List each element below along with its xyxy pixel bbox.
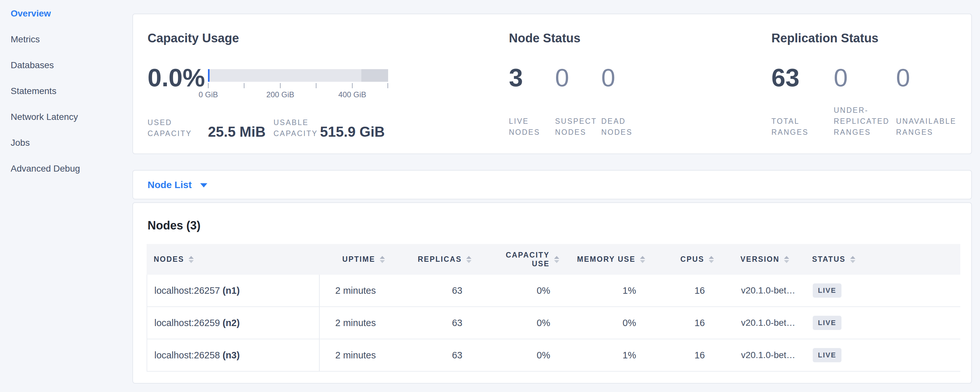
live-nodes-stat: 3 LIVENODES — [509, 53, 555, 138]
suspect-nodes-stat: 0 SUSPECTNODES — [555, 53, 601, 138]
status-badge: LIVE — [813, 316, 842, 330]
unavailable-ranges-value: 0 — [896, 53, 958, 102]
column-header-uptime[interactable]: UPTIME — [319, 244, 388, 275]
sort-icon[interactable] — [640, 256, 645, 263]
replicas-cell: 63 — [389, 275, 475, 306]
axis-tick — [388, 83, 388, 88]
unavailable-ranges-label: UNAVAILABLERANGES — [896, 116, 958, 138]
unavailable-ranges-stat: 0 UNAVAILABLERANGES — [896, 53, 958, 138]
sort-icon[interactable] — [189, 256, 194, 263]
capacity-usage-title: Capacity Usage — [148, 31, 239, 45]
sort-icon[interactable] — [850, 256, 855, 263]
table-row: localhost:26257(n1) 2 minutes 63 0% 1% 1… — [147, 275, 960, 307]
sidebar-item-network-latency[interactable]: Network Latency — [0, 104, 132, 130]
capacity-bar-track — [208, 69, 388, 82]
replication-status-section: Replication Status 63 TOTALRANGES 0 UNDE… — [772, 14, 957, 153]
capacity-use-cell: 0% — [475, 307, 563, 339]
status-cell: LIVE — [810, 307, 960, 339]
version-cell: v20.1.0-bet… — [718, 339, 810, 371]
dead-nodes-value: 0 — [601, 53, 648, 102]
sidebar-item-statements[interactable]: Statements — [0, 78, 132, 104]
cpus-cell: 16 — [649, 307, 718, 339]
column-header-version[interactable]: VERSION — [717, 244, 810, 275]
memory-use-cell: 1% — [563, 339, 649, 371]
capacity-use-cell: 0% — [475, 339, 563, 371]
nodes-table: NODES UPTIME REPLICAS CAPACITYUSE MEMORY… — [146, 244, 960, 372]
sidebar-item-jobs[interactable]: Jobs — [0, 130, 132, 156]
replication-status-title: Replication Status — [772, 31, 878, 45]
under-replicated-ranges-value: 0 — [834, 53, 896, 102]
column-header-memory-use[interactable]: MEMORY USE — [563, 244, 648, 275]
axis-tick — [316, 83, 317, 88]
node-address-cell: localhost:26257(n1) — [147, 275, 320, 306]
chevron-down-icon — [200, 183, 207, 187]
memory-use-cell: 1% — [563, 275, 649, 306]
node-list-card: Node List — [132, 170, 972, 199]
version-cell: v20.1.0-bet… — [718, 275, 810, 306]
suspect-nodes-label: SUSPECTNODES — [555, 116, 601, 138]
sort-icon[interactable] — [466, 256, 471, 263]
dead-nodes-stat: 0 DEADNODES — [601, 53, 648, 138]
capacity-usage-gauge: 0 GiB 200 GiB 400 GiB — [208, 53, 388, 102]
uptime-cell: 2 minutes — [320, 275, 389, 306]
capacity-use-cell: 0% — [475, 275, 563, 306]
sort-icon[interactable] — [380, 256, 385, 263]
sidebar-item-advanced-debug[interactable]: Advanced Debug — [0, 156, 132, 182]
nodes-table-header: NODES UPTIME REPLICAS CAPACITYUSE MEMORY… — [146, 244, 960, 275]
version-cell: v20.1.0-bet… — [718, 307, 810, 339]
total-ranges-label: TOTALRANGES — [772, 116, 834, 138]
axis-label-400gib: 400 GiB — [339, 90, 366, 100]
live-nodes-value: 3 — [509, 53, 555, 102]
sort-icon[interactable] — [784, 256, 789, 263]
axis-tick — [244, 83, 245, 88]
node-list-dropdown-label: Node List — [148, 179, 192, 190]
uptime-cell: 2 minutes — [320, 307, 389, 339]
under-replicated-ranges-label: UNDER-REPLICATEDRANGES — [834, 105, 896, 138]
status-cell: LIVE — [810, 339, 960, 371]
column-header-nodes[interactable]: NODES — [146, 244, 319, 275]
capacity-bar-used-segment — [208, 69, 210, 82]
capacity-usage-section: Capacity Usage 0.0% 0 GiB 200 GiB — [148, 14, 509, 153]
memory-use-cell: 0% — [563, 307, 649, 339]
main-content: Capacity Usage 0.0% 0 GiB 200 GiB — [132, 0, 972, 384]
used-capacity-value: 25.5 MiB — [208, 125, 274, 139]
nodes-table-card: Nodes (3) NODES UPTIME REPLICAS CAPACITY… — [132, 202, 972, 384]
total-ranges-value: 63 — [772, 53, 834, 102]
node-status-section: Node Status 3 LIVENODES 0 SUSPECTNODES 0 — [509, 14, 772, 153]
column-header-replicas[interactable]: REPLICAS — [388, 244, 475, 275]
nodes-table-body: localhost:26257(n1) 2 minutes 63 0% 1% 1… — [146, 275, 960, 372]
node-status-title: Node Status — [509, 31, 581, 45]
cluster-summary-card: Capacity Usage 0.0% 0 GiB 200 GiB — [132, 14, 972, 154]
axis-tick — [352, 83, 353, 88]
axis-tick — [280, 83, 281, 88]
node-list-dropdown[interactable]: Node List — [148, 179, 207, 190]
table-row: localhost:26258(n3) 2 minutes 63 0% 1% 1… — [147, 339, 960, 372]
status-badge: LIVE — [813, 284, 842, 298]
dead-nodes-label: DEADNODES — [601, 116, 648, 138]
sort-icon[interactable] — [709, 256, 714, 263]
node-address-cell: localhost:26259(n2) — [147, 307, 320, 339]
nodes-table-title: Nodes (3) — [148, 218, 959, 233]
axis-tick — [208, 83, 208, 88]
capacity-bar-other-segment — [361, 69, 388, 82]
column-header-status[interactable]: STATUS — [810, 244, 960, 275]
sidebar-item-metrics[interactable]: Metrics — [0, 27, 132, 53]
sidebar-item-overview[interactable]: Overview — [0, 1, 132, 27]
suspect-nodes-value: 0 — [555, 53, 601, 102]
node-address-cell: localhost:26258(n3) — [147, 339, 320, 371]
replicas-cell: 63 — [389, 339, 475, 371]
cpus-cell: 16 — [649, 339, 718, 371]
total-ranges-stat: 63 TOTALRANGES — [772, 53, 834, 138]
sidebar-item-databases[interactable]: Databases — [0, 53, 132, 78]
usable-capacity-label: USABLECAPACITY — [274, 117, 320, 139]
uptime-cell: 2 minutes — [320, 339, 389, 371]
column-header-cpus[interactable]: CPUS — [648, 244, 717, 275]
axis-label-0gib: 0 GiB — [199, 90, 218, 100]
sort-icon[interactable] — [554, 256, 559, 263]
replicas-cell: 63 — [389, 307, 475, 339]
under-replicated-ranges-stat: 0 UNDER-REPLICATEDRANGES — [834, 53, 896, 138]
column-header-capacity-use[interactable]: CAPACITYUSE — [475, 244, 563, 275]
status-badge: LIVE — [813, 348, 842, 362]
live-nodes-label: LIVENODES — [509, 116, 555, 138]
usable-capacity-value: 515.9 GiB — [320, 125, 385, 139]
